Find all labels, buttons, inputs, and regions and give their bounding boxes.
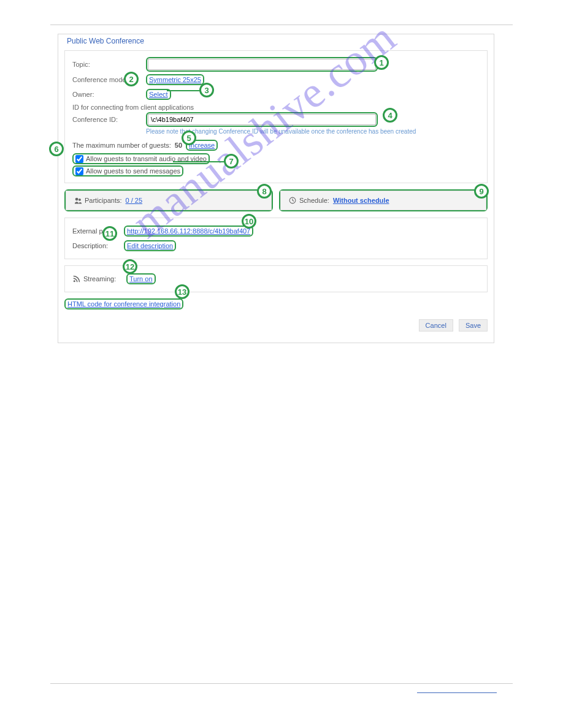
panel-title: Public Web Conference <box>67 37 488 45</box>
callout-9: 9 <box>474 184 489 199</box>
callout-7-line <box>173 161 224 162</box>
callout-10: 10 <box>242 214 256 229</box>
page-top-rule <box>50 25 513 25</box>
callout-2: 2 <box>124 72 139 86</box>
label-conf-id: Conference ID: <box>72 116 146 123</box>
cancel-button[interactable]: Cancel <box>419 319 453 332</box>
label-owner: Owner: <box>72 91 146 98</box>
footer-link-rule <box>417 692 497 693</box>
callout-4: 4 <box>383 108 397 123</box>
callout-8: 8 <box>257 184 272 199</box>
callout-7: 7 <box>224 154 239 169</box>
label-description: Description: <box>72 242 124 249</box>
conf-id-input[interactable] <box>148 114 376 125</box>
allow-msg-checkbox[interactable] <box>75 167 83 175</box>
schedule-card[interactable]: Schedule: Without schedule <box>280 191 486 210</box>
edit-description-link[interactable]: Edit description <box>127 241 173 250</box>
conf-id-note: Please note that changing Conference ID … <box>146 128 480 135</box>
callout-1: 1 <box>374 55 389 70</box>
callout-5: 5 <box>182 131 196 145</box>
participants-icon <box>74 196 82 205</box>
label-topic: Topic: <box>72 61 146 68</box>
rss-icon <box>72 275 81 283</box>
callout-11: 11 <box>102 226 117 241</box>
label-streaming: Streaming: <box>83 275 126 282</box>
cards-row: Participants: 0 / 25 Schedule: Without s… <box>64 189 488 211</box>
streaming-link[interactable]: Turn on <box>129 275 153 283</box>
allow-av-checkbox[interactable] <box>75 155 83 163</box>
participants-card[interactable]: Participants: 0 / 25 <box>66 191 272 210</box>
svg-point-1 <box>78 198 80 200</box>
conference-panel: Public Web Conference Topic: Conference … <box>58 34 494 343</box>
svg-point-3 <box>74 280 75 282</box>
label-allow-msg: Allow guests to send messages <box>86 167 180 175</box>
ext-page-link[interactable]: http://192.168.66.112:8888/c/4b19baf407 <box>127 227 250 235</box>
callout-3: 3 <box>199 83 214 97</box>
label-participants: Participants: <box>85 196 122 205</box>
callout-6: 6 <box>49 142 64 156</box>
save-button[interactable]: Save <box>459 319 488 332</box>
button-row: Cancel Save <box>64 319 488 332</box>
id-hint: ID for connecting from client applicatio… <box>72 104 480 111</box>
mode-link[interactable]: Symmetric 25x25 <box>149 75 201 84</box>
schedule-link[interactable]: Without schedule <box>333 196 389 205</box>
callout-13: 13 <box>175 284 190 299</box>
participants-link[interactable]: 0 / 25 <box>126 196 143 205</box>
clock-icon <box>288 196 297 205</box>
topic-input[interactable] <box>148 59 376 70</box>
html-code-link[interactable]: HTML code for conference integration <box>67 300 180 308</box>
label-schedule: Schedule: <box>299 196 329 205</box>
max-guests-value: 50 <box>175 142 182 149</box>
callout-3-line <box>167 90 200 91</box>
callout-12: 12 <box>123 259 137 274</box>
label-max-guests: The maximum number of guests: <box>72 142 171 149</box>
svg-point-0 <box>75 197 78 200</box>
owner-select-link[interactable]: Select <box>149 90 168 99</box>
section-main: Topic: Conference mode: Symmetric 25x25 … <box>64 50 488 183</box>
section-external: External page: http://192.168.66.112:888… <box>64 218 488 259</box>
footer-rule <box>50 683 513 684</box>
